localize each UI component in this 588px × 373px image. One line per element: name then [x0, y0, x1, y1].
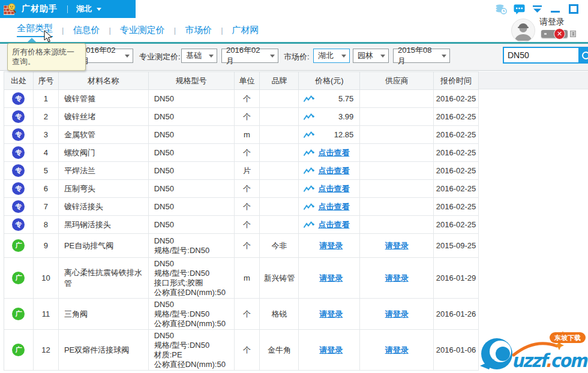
date-cell: 2016-02-25	[434, 108, 479, 126]
source-badge: 专	[12, 92, 25, 105]
nav-separator: |	[109, 26, 110, 35]
brand-cell	[260, 126, 299, 144]
spec-cell: DN50 规格/型号:DN50	[149, 234, 235, 258]
table-row: 广12PE双熔件活接球阀DN50 规格/型号:DN50 材质:PE 公称直径DN…	[4, 330, 479, 371]
app-title: 广材助手	[22, 4, 58, 14]
search-button[interactable]	[580, 47, 588, 64]
brand-cell: 今非	[260, 234, 299, 258]
trend-chart-icon[interactable]	[303, 185, 314, 193]
supplier-login-link[interactable]: 请登录	[385, 273, 409, 284]
pro-price-type-dropdown[interactable]: 基础	[181, 49, 217, 63]
trend-chart-icon[interactable]	[303, 113, 314, 121]
view-price-link[interactable]: 点击查看	[318, 166, 349, 176]
brand-cell	[260, 162, 299, 180]
unit-cell: 个	[235, 144, 260, 162]
supplier-cell: 请登录	[360, 330, 434, 371]
title-bar: 广材助手 湖北	[0, 0, 588, 18]
view-price-link[interactable]: 点击查看	[318, 148, 349, 158]
view-price-link[interactable]: 点击查看	[318, 184, 349, 194]
supplier-cell	[360, 216, 434, 234]
maximize-button[interactable]	[568, 4, 579, 14]
dropdown-caret-icon	[380, 55, 385, 60]
supplier-login-link[interactable]: 请登录	[385, 240, 409, 251]
column-header: 报价时间	[434, 72, 479, 90]
date-cell: 2016-02-25	[434, 180, 479, 198]
brand-cell	[260, 216, 299, 234]
material-name-cell: 离心柔性抗震铸铁排水管	[59, 258, 149, 299]
source-cell: 广	[4, 258, 34, 299]
price-login-link[interactable]: 请登录	[319, 345, 343, 356]
price-login-link[interactable]: 请登录	[319, 240, 343, 251]
app-window: 广材助手 湖北	[0, 0, 588, 373]
minimize-button[interactable]	[550, 4, 561, 14]
unit-cell: 个	[235, 180, 260, 198]
table-header-row: 出处序号材料名称规格型号单位品牌价格(元)供应商报价时间	[4, 72, 479, 90]
trend-chart-icon[interactable]	[303, 221, 314, 229]
region-selector[interactable]: 湖北	[76, 4, 101, 14]
material-name-cell: PE双熔件活接球阀	[59, 330, 149, 371]
login-button[interactable]: 请登录	[539, 17, 565, 28]
source-cell: 专	[4, 108, 34, 126]
material-name-cell: 镀锌活接头	[59, 198, 149, 216]
supplier-login-link[interactable]: 请登录	[385, 309, 409, 320]
trend-chart-icon[interactable]	[303, 95, 314, 103]
supplier-login-link[interactable]: 请登录	[385, 345, 409, 356]
date-cell: 2016-02-25	[434, 90, 479, 108]
trend-chart-icon[interactable]	[303, 167, 314, 175]
trend-chart-icon[interactable]	[303, 203, 314, 211]
market-region-dropdown[interactable]: 湖北	[313, 49, 350, 63]
app-logo-icon	[4, 3, 17, 15]
view-price-link[interactable]: 点击查看	[318, 219, 349, 230]
collapse-icon[interactable]	[532, 4, 543, 14]
price-value: 12.85	[314, 130, 353, 139]
source-badge: 专	[12, 218, 25, 231]
seq-cell: 1	[34, 90, 59, 108]
table-row: 广9PE自动排气阀DN50 规格/型号:DN50个今非请登录请登录2015-09…	[4, 234, 479, 258]
price-login-link[interactable]: 请登录	[319, 273, 343, 284]
table-row: 专3金属软管DN50m12.852016-02-25	[4, 126, 479, 144]
market-month-dropdown[interactable]: 2015年08月	[393, 49, 450, 63]
mouse-cursor-icon	[44, 30, 53, 45]
seq-cell: 3	[34, 126, 59, 144]
message-icon[interactable]	[514, 4, 525, 14]
table-row: 广11三角阀DN50 规格/型号:DN50 公称直径DN(mm):50个格锐请登…	[4, 299, 479, 330]
column-header: 规格型号	[149, 72, 235, 90]
column-header: 品牌	[260, 72, 299, 90]
seq-cell: 8	[34, 216, 59, 234]
avatar[interactable]	[511, 19, 535, 43]
brand-cell: 金牛角	[260, 330, 299, 371]
view-price-link[interactable]: 点击查看	[318, 201, 349, 212]
seq-cell: 2	[34, 108, 59, 126]
column-header: 序号	[34, 72, 59, 90]
nav-tab[interactable]: 广材网	[232, 25, 259, 36]
date-cell: 2016-01-26	[434, 299, 479, 330]
supplier-cell	[360, 126, 434, 144]
price-login-link[interactable]: 请登录	[319, 309, 343, 320]
unit-cell: m	[235, 258, 260, 299]
data-history-icon[interactable]	[496, 4, 507, 14]
search-input[interactable]	[503, 47, 580, 64]
spec-cell: DN50 规格/型号:DN50 接口形式:胶圈 公称直径DN(mm):50	[149, 258, 235, 299]
brand-cell	[260, 144, 299, 162]
nav-tab[interactable]: 市场价	[185, 25, 212, 36]
dropdown-caret-icon	[209, 55, 214, 60]
price-cell: 请登录	[299, 330, 360, 371]
search-icon	[582, 52, 588, 59]
column-header: 出处	[4, 72, 34, 90]
source-badge: 广	[12, 272, 25, 284]
market-category-dropdown[interactable]: 园林	[353, 49, 389, 63]
supplier-cell: 请登录	[360, 258, 434, 299]
pro-price-month-dropdown[interactable]: 2016年02月	[221, 49, 278, 63]
trend-chart-icon[interactable]	[303, 149, 314, 157]
material-name-cell: 镀锌管箍	[59, 90, 149, 108]
date-cell: 2016-01-06	[434, 330, 479, 371]
supplier-cell	[360, 90, 434, 108]
nav-tab[interactable]: 信息价	[73, 25, 100, 36]
seq-cell: 10	[34, 258, 59, 299]
nav-separator: |	[221, 26, 223, 35]
price-cell: 请登录	[299, 258, 360, 299]
nav-separator: |	[62, 26, 64, 35]
supplier-cell	[360, 180, 434, 198]
trend-chart-icon[interactable]	[303, 131, 314, 139]
nav-tab[interactable]: 专业测定价	[120, 25, 165, 36]
